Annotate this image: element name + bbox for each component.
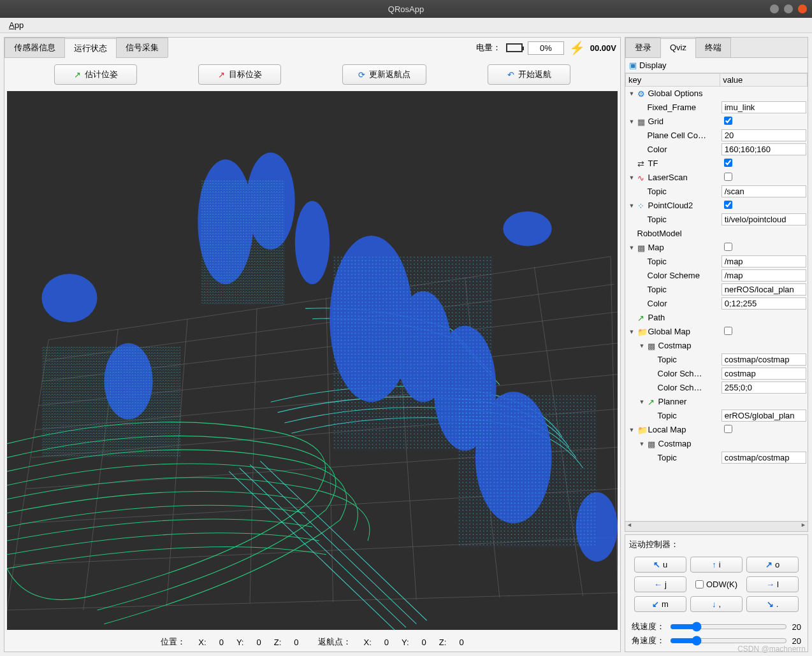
expander-icon xyxy=(639,146,646,153)
svg-point-3 xyxy=(295,201,330,285)
tree-value-checkbox[interactable] xyxy=(724,243,732,251)
tree-value-checkbox[interactable] xyxy=(724,425,732,433)
tree-row[interactable]: ▼📁Local Map xyxy=(626,423,808,437)
expander-icon[interactable]: ▼ xyxy=(628,426,635,433)
tree-value-input[interactable] xyxy=(721,353,806,366)
tree-value-checkbox[interactable] xyxy=(724,173,732,181)
menu-app[interactable]: App xyxy=(5,19,27,31)
tree-value-input[interactable] xyxy=(721,143,806,155)
tree-value-checkbox[interactable] xyxy=(724,159,732,167)
motion-i-button[interactable]: ↑i xyxy=(690,557,743,573)
motion-o-button[interactable]: ↗o xyxy=(746,557,799,573)
tab-signal-capture[interactable]: 信号采集 xyxy=(116,38,168,57)
window-maximize-button[interactable] xyxy=(784,4,793,13)
tree-value-input[interactable] xyxy=(721,297,806,310)
estimate-pose-button[interactable]: ↗估计位姿 xyxy=(54,64,137,85)
update-return-button[interactable]: ⟳更新返航点 xyxy=(342,64,426,85)
battery-area: 电量： 0% ⚡ 00.00V xyxy=(472,38,620,58)
tree-key-label: Topic xyxy=(648,285,667,294)
tree-row[interactable]: ▼⁘PointCloud2 xyxy=(626,199,808,213)
tree-row[interactable]: Topic xyxy=(626,213,808,227)
expander-icon[interactable]: ▼ xyxy=(628,90,635,97)
tree-row[interactable]: ▼▩Costmap xyxy=(626,437,808,451)
tab-sensor-info[interactable]: 传感器信息 xyxy=(4,38,65,57)
expander-icon[interactable]: ▼ xyxy=(628,328,635,335)
tree-row[interactable]: Color Scheme xyxy=(626,269,808,283)
tree-row[interactable]: ▼📁Global Map xyxy=(626,325,808,339)
expander-icon[interactable]: ▼ xyxy=(639,342,646,349)
tree-row[interactable]: ⇄TF xyxy=(626,157,808,171)
target-pose-button[interactable]: ↗目标位姿 xyxy=(198,64,281,85)
tree-key-label: TF xyxy=(648,159,658,168)
tree-value-input[interactable] xyxy=(721,283,806,296)
map-icon: ▩ xyxy=(648,439,656,448)
expander-icon xyxy=(628,314,635,321)
tree-value-input[interactable] xyxy=(721,255,806,267)
tree-value-input[interactable] xyxy=(721,269,806,282)
motion-u-button[interactable]: ↖u xyxy=(634,557,686,573)
tree-row[interactable]: ▼▩Costmap xyxy=(626,339,808,353)
motion-j-button[interactable]: ←j xyxy=(634,576,686,592)
tree-row[interactable]: Color xyxy=(626,297,808,311)
tree-value-input[interactable] xyxy=(721,129,806,141)
tree-value-input[interactable] xyxy=(721,185,806,197)
motion-m-button[interactable]: ↙m xyxy=(634,596,686,612)
tree-hscrollbar[interactable] xyxy=(625,521,808,531)
expander-icon[interactable]: ▼ xyxy=(628,174,635,181)
col-key[interactable]: key xyxy=(626,74,720,87)
tab-terminal[interactable]: 终端 xyxy=(695,38,731,57)
tree-key-label: Map xyxy=(648,243,664,252)
tree-row[interactable]: ↗Path xyxy=(626,311,808,325)
tree-row[interactable]: Topic xyxy=(626,409,808,423)
tree-row[interactable]: Fixed_Frame xyxy=(626,101,808,115)
path-icon: ↗ xyxy=(648,397,656,406)
expander-icon[interactable]: ▼ xyxy=(628,244,635,251)
tree-row[interactable]: ▼⚙Global Options xyxy=(626,87,808,101)
tree-value-checkbox[interactable] xyxy=(724,117,732,125)
linear-speed-slider[interactable] xyxy=(670,622,787,632)
tree-value-checkbox[interactable] xyxy=(724,327,732,335)
expander-icon[interactable]: ▼ xyxy=(628,202,635,209)
svg-point-10 xyxy=(503,211,551,246)
property-tree[interactable]: key value ▼⚙Global OptionsFixed_Frame▼▦G… xyxy=(625,73,808,521)
tree-row[interactable]: Topic xyxy=(626,255,808,269)
tree-value-input[interactable] xyxy=(721,410,806,422)
tree-row[interactable]: Color xyxy=(626,143,808,157)
tree-row[interactable]: ▼∿LaserScan xyxy=(626,171,808,185)
expander-icon[interactable]: ▼ xyxy=(639,398,646,405)
tree-value-input[interactable] xyxy=(721,101,806,113)
tree-key-label: Topic xyxy=(648,215,667,224)
start-return-button[interactable]: ↶开始返航 xyxy=(488,64,570,85)
tree-row[interactable]: Topic xyxy=(626,283,808,297)
motion-l-button[interactable]: →l xyxy=(746,576,799,592)
motion-dot-button[interactable]: ↘. xyxy=(746,596,799,612)
expander-icon[interactable]: ▼ xyxy=(628,118,635,125)
motion-odw-checkbox[interactable]: ODW(K) xyxy=(690,576,743,592)
col-value[interactable]: value xyxy=(720,74,808,87)
tree-row[interactable]: RobotModel xyxy=(626,227,808,241)
tree-row[interactable]: Topic xyxy=(626,185,808,199)
tab-login[interactable]: 登录 xyxy=(625,38,661,57)
tree-value-input[interactable] xyxy=(721,452,806,464)
window-minimize-button[interactable] xyxy=(770,4,779,13)
tab-run-status[interactable]: 运行状态 xyxy=(64,38,117,58)
tree-row[interactable]: ▼▦Grid xyxy=(626,115,808,129)
tree-row[interactable]: Topic xyxy=(626,451,808,465)
pointcloud-viewport[interactable] xyxy=(7,91,618,630)
tree-value-input[interactable] xyxy=(721,381,806,394)
expander-icon[interactable]: ▼ xyxy=(639,440,646,447)
tree-row[interactable]: Topic xyxy=(626,353,808,367)
tree-row[interactable]: Color Sch… xyxy=(626,381,808,395)
tree-row[interactable]: ▼↗Planner xyxy=(626,395,808,409)
tree-value-input[interactable] xyxy=(721,213,806,225)
tree-value-checkbox[interactable] xyxy=(724,201,732,209)
tree-value-input[interactable] xyxy=(721,367,806,380)
path-icon: ↗ xyxy=(637,313,646,322)
motion-comma-button[interactable]: ↓, xyxy=(690,596,743,612)
tree-row[interactable]: Color Sch… xyxy=(626,367,808,381)
tab-qviz[interactable]: Qviz xyxy=(660,38,696,58)
tree-row[interactable]: ▼▩Map xyxy=(626,241,808,255)
window-close-button[interactable] xyxy=(798,4,807,13)
tree-row[interactable]: Plane Cell Co… xyxy=(626,129,808,143)
expander-icon xyxy=(639,286,646,293)
